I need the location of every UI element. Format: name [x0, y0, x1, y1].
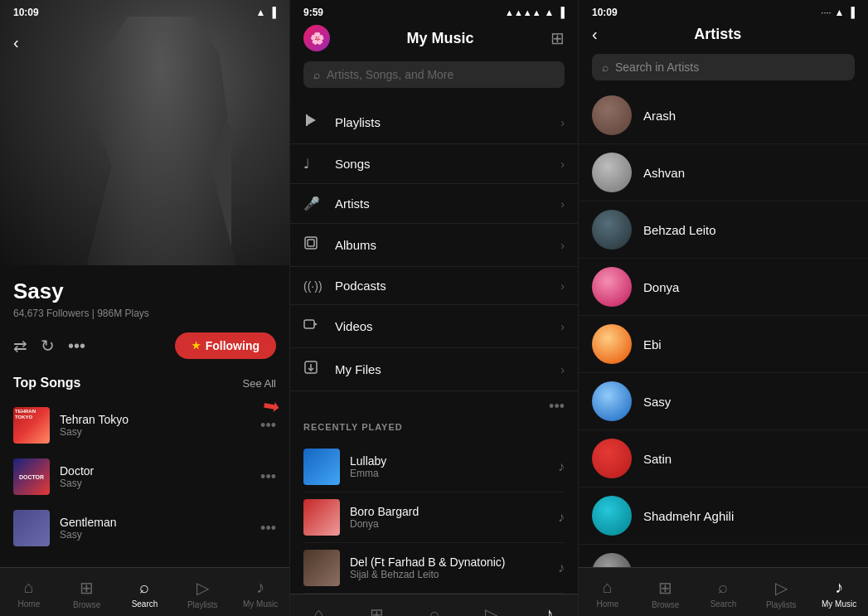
artist-silhouette: [90, 33, 273, 265]
search-bar-p2[interactable]: ⌕ Artists, Songs, and More: [303, 61, 565, 88]
user-avatar: 🌸: [303, 25, 330, 51]
more-btn-p2: •••: [290, 391, 578, 422]
time-p1: 10:09: [13, 7, 39, 18]
menu-videos[interactable]: Videos ›: [290, 305, 578, 348]
following-button[interactable]: ★ Following: [175, 332, 276, 359]
menu-songs[interactable]: ♩ Songs ›: [290, 144, 578, 184]
nav-mymusic-p1[interactable]: ♪ My Music: [231, 575, 289, 613]
nav-search-p2[interactable]: ⌕ Search: [405, 601, 463, 616]
svg-rect-6: [162, 106, 171, 109]
artist-row-8[interactable]: •••: [579, 545, 868, 567]
wifi-icon: ▲: [256, 7, 266, 18]
menu-myfiles[interactable]: My Files ›: [290, 348, 578, 391]
recently-played-label: RECENTLY PLAYED: [303, 422, 565, 432]
videos-arrow-icon: ›: [560, 320, 565, 333]
artist-row-3[interactable]: Donya: [579, 259, 868, 316]
search-icon-p2b: ⌕: [429, 604, 439, 616]
menu-list: Playlists › ♩ Songs › 🎤 Artists › Albums…: [290, 101, 578, 391]
recent-item-1[interactable]: Lullaby Emma ♪: [303, 442, 565, 492]
menu-albums-label: Albums: [335, 238, 560, 252]
browse-icon-p2: ⊞: [370, 604, 384, 616]
nav-browse-p2[interactable]: ⊞ Browse: [347, 601, 405, 616]
shuffle-button[interactable]: ⇄: [13, 336, 27, 356]
artist-name-4: Ebi: [643, 337, 662, 352]
song-title-1: Tehran Tokyo: [60, 413, 250, 426]
repeat-button[interactable]: ↻: [41, 336, 55, 356]
artist-avatar-7: [592, 496, 632, 536]
artist-avatar-5: [592, 381, 632, 421]
my-music-panel: 9:59 ▲▲▲▲ ▲ ▐ 🌸 My Music ⊞ ⌕ Artists, So…: [289, 0, 579, 616]
videos-menu-icon: [303, 317, 328, 336]
playlists-menu-icon: [303, 113, 328, 132]
nav-home-p3[interactable]: ⌂ Home: [579, 575, 637, 613]
artist-avatar-6: [592, 439, 632, 478]
more-button-artist[interactable]: •••: [68, 337, 85, 356]
sunglasses-icon: [133, 99, 200, 116]
recent-text-2: Boro Bargard Donya: [350, 505, 548, 530]
nav-home-p1[interactable]: ⌂ Home: [0, 575, 58, 613]
play-icon-1[interactable]: ♪: [558, 459, 565, 474]
recent-item-3[interactable]: Del (Ft Farhad B & Dynatonic) Sijal & Be…: [303, 543, 565, 594]
artist-list: Arash Ashvan Behzad Leito Donya Ebi Sasy…: [579, 87, 868, 567]
nav-mymusic-p3[interactable]: ♪ My Music: [810, 575, 868, 613]
nav-playlists-p3[interactable]: ▷ Playlists: [752, 575, 810, 613]
menu-artists[interactable]: 🎤 Artists ›: [290, 184, 578, 224]
recent-thumb-3: [303, 550, 340, 586]
home-icon-p1: ⌂: [24, 578, 34, 597]
artist-row-5[interactable]: Sasy: [579, 373, 868, 430]
artist-row-2[interactable]: Behzad Leito: [579, 201, 868, 259]
svg-rect-5: [171, 101, 200, 114]
time-p2: 9:59: [303, 7, 323, 18]
myfiles-arrow-icon: ›: [560, 363, 565, 376]
menu-myfiles-label: My Files: [335, 362, 560, 376]
play-icon-3[interactable]: ♪: [558, 560, 565, 575]
nav-search-p3[interactable]: ⌕ Search: [695, 575, 753, 613]
playlists-arrow-icon: ›: [560, 116, 565, 129]
back-button-p3[interactable]: ‹: [592, 25, 598, 44]
signal-icon-p2: ▲▲▲▲: [505, 7, 541, 17]
search-placeholder-p3: Search in Artists: [615, 61, 699, 74]
more-dots-icon[interactable]: •••: [549, 398, 565, 415]
song-item-3[interactable]: Gentleman Sasy •••: [13, 503, 276, 553]
song-item-1[interactable]: Tehran Tokyo Sasy •••: [13, 400, 276, 450]
browse-icon-p1: ⊞: [80, 578, 94, 598]
artists-arrow-icon: ›: [560, 197, 565, 211]
playlists-icon-p2: ▷: [485, 604, 497, 616]
podcasts-arrow-icon: ›: [560, 279, 565, 293]
artists-header: ‹ Artists: [579, 22, 868, 54]
artist-row-7[interactable]: Shadmehr Aghili: [579, 487, 868, 545]
menu-albums[interactable]: Albums ›: [290, 224, 578, 267]
recent-item-2[interactable]: Boro Bargard Donya ♪: [303, 492, 565, 543]
recent-title-1: Lullaby: [350, 454, 548, 468]
nav-browse-p1[interactable]: ⊞ Browse: [58, 575, 116, 613]
recent-thumb-1: [303, 449, 340, 485]
artist-row-6[interactable]: Satin: [579, 430, 868, 487]
svg-point-2: [146, 99, 176, 141]
song-item-2[interactable]: Doctor Sasy •••: [13, 452, 276, 502]
artist-row-4[interactable]: Ebi: [579, 316, 868, 373]
nav-search-p1[interactable]: ⌕ Search: [116, 575, 174, 613]
nav-playlists-p2[interactable]: ▷ Playlists: [463, 601, 520, 616]
nav-playlists-p1[interactable]: ▷ Playlists: [173, 575, 231, 613]
nav-browse-p3[interactable]: ⊞ Browse: [637, 575, 695, 613]
play-icon-2[interactable]: ♪: [558, 510, 565, 525]
artist-name-5: Sasy: [643, 395, 671, 409]
search-bar-p3[interactable]: ⌕ Search in Artists: [592, 54, 855, 80]
nav-home-p2[interactable]: ⌂ Home: [290, 601, 347, 616]
nav-mymusic-p2[interactable]: ♪ My Music: [521, 601, 578, 616]
artist-row-1[interactable]: Ashvan: [579, 144, 868, 201]
library-icon[interactable]: ⊞: [550, 28, 565, 48]
top-songs-header: Top Songs See All: [13, 376, 276, 390]
song-more-3[interactable]: •••: [260, 520, 276, 537]
home-icon-p2: ⌂: [314, 604, 324, 616]
back-button-p1[interactable]: ‹: [13, 33, 19, 52]
recent-thumb-2: [303, 499, 340, 536]
albums-arrow-icon: ›: [560, 239, 565, 252]
menu-playlists[interactable]: Playlists ›: [290, 101, 578, 144]
time-p3: 10:09: [592, 7, 618, 18]
action-row: ⇄ ↻ ••• ★ Following: [13, 332, 276, 359]
see-all-link[interactable]: See All: [243, 377, 276, 390]
menu-podcasts[interactable]: ((·)) Podcasts ›: [290, 267, 578, 305]
artist-row-0[interactable]: Arash: [579, 87, 868, 144]
menu-podcasts-label: Podcasts: [335, 279, 560, 293]
